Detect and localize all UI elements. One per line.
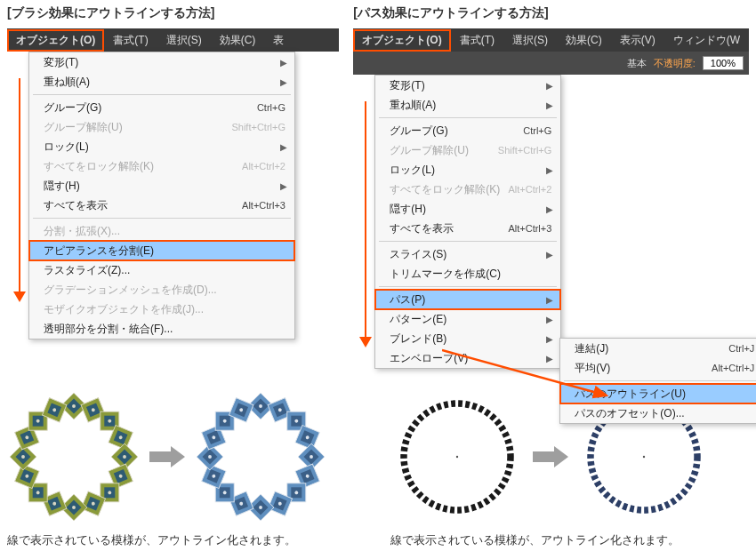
menu-item-label: パスのアウトライン(U) <box>575 387 686 402</box>
left-example: 線で表示されている模様が、アウトライン化されます。 <box>7 390 366 548</box>
left-caption: 線で表示されている模様が、アウトライン化されます。 <box>7 532 366 548</box>
menu-item-label: グループ解除(U) <box>390 143 469 158</box>
menu-separator <box>33 94 291 95</box>
right-caption: 線で表示されている模様が、アウトライン化されます。 <box>390 532 749 548</box>
menu-item-label: 変形(T) <box>390 78 424 93</box>
arrow-icon <box>149 446 185 467</box>
menubar-format[interactable]: 書式(T) <box>104 29 157 52</box>
stroke-basic[interactable]: 基本 <box>627 57 647 70</box>
opacity-label: 不透明度: <box>654 57 696 70</box>
submenu-arrow-icon: ▶ <box>280 181 287 191</box>
menu-item-label: グループ解除(U) <box>44 120 123 135</box>
menu-item[interactable]: グループ(G)Ctrl+G <box>29 98 294 117</box>
svg-point-39 <box>21 455 25 459</box>
svg-point-63 <box>310 455 313 459</box>
menu-item[interactable]: 平均(V)Alt+Ctrl+J <box>560 358 756 378</box>
submenu-arrow-icon: ▶ <box>546 81 553 91</box>
menu-item-label: 連結(J) <box>575 341 608 356</box>
menu-item-label: アピアランスを分割(E) <box>44 244 154 259</box>
svg-point-87 <box>208 455 212 459</box>
menu-item-label: パス(P) <box>390 292 425 307</box>
menu-item-label: 隠す(H) <box>44 179 80 194</box>
menu-shortcut: Alt+Ctrl+3 <box>242 200 286 211</box>
annotation-arrow-down <box>362 101 369 346</box>
menu-shortcut: Alt+Ctrl+3 <box>508 223 551 234</box>
menu-item[interactable]: 変形(T)▶ <box>375 76 560 95</box>
menubar-window[interactable]: ウィンドウ(W <box>664 29 749 52</box>
opacity-value[interactable]: 100% <box>703 56 744 70</box>
menu-item[interactable]: 隠す(H)▶ <box>29 176 294 196</box>
menu-item[interactable]: ロック(L)▶ <box>29 137 294 156</box>
menu-item[interactable]: アピアランスを分割(E) <box>29 241 294 260</box>
menubar-select[interactable]: 選択(S) <box>157 29 211 52</box>
arrow-icon <box>533 446 568 467</box>
menu-item[interactable]: グループ(G)Ctrl+G <box>375 121 560 140</box>
menu-separator <box>379 286 557 287</box>
menu-shortcut: Alt+Ctrl+J <box>712 363 754 373</box>
menu-item[interactable]: 重ね順(A)▶ <box>375 95 560 115</box>
dashed-ring-before <box>390 390 524 523</box>
menu-item[interactable]: ラスタライズ(Z)... <box>29 260 294 280</box>
menu-item-label: グループ(G) <box>44 100 101 116</box>
menu-item[interactable]: パスのオフセット(O)... <box>560 403 756 423</box>
submenu-arrow-icon: ▶ <box>280 58 287 68</box>
menu-item-label: 変形(T) <box>44 55 78 70</box>
menu-item[interactable]: スライス(S)▶ <box>375 244 560 264</box>
menu-item: すべてをロック解除(K)Alt+Ctrl+2 <box>29 156 294 176</box>
menu-item[interactable]: パス(P)▶ <box>375 290 560 309</box>
menu-item[interactable]: 透明部分を分割・統合(F)... <box>29 319 294 339</box>
menubar-effect[interactable]: 効果(C) <box>211 29 265 52</box>
menu-shortcut: Ctrl+G <box>257 102 286 113</box>
object-menu-dropdown: 変形(T)▶重ね順(A)▶グループ(G)Ctrl+Gグループ解除(U)Shift… <box>28 52 295 339</box>
menu-shortcut: Shift+Ctrl+G <box>231 122 286 132</box>
svg-point-15 <box>123 455 126 459</box>
submenu-arrow-icon: ▶ <box>546 250 553 260</box>
tool-options-bar: 基本 不透明度: 100% <box>353 52 749 75</box>
menu-item[interactable]: パターン(E)▶ <box>375 309 560 329</box>
menu-item-label: パターン(E) <box>390 312 446 327</box>
menu-item-label: グループ(G) <box>390 124 447 139</box>
menu-item[interactable]: パスのアウトライン(U) <box>560 384 756 403</box>
menu-item-label: グラデーションメッシュを作成(D)... <box>44 283 217 298</box>
menu-item: グラデーションメッシュを作成(D)... <box>29 280 294 299</box>
menu-item-label: トリムマークを作成(C) <box>390 267 501 282</box>
menubar-format[interactable]: 書式(T) <box>451 29 503 52</box>
menubar-view[interactable]: 表示(V) <box>611 29 664 52</box>
submenu-arrow-icon: ▶ <box>280 142 287 152</box>
menubar-object[interactable]: オブジェクト(O) <box>7 29 104 52</box>
ornament-ring-before <box>7 390 141 523</box>
menu-item[interactable]: すべてを表示Alt+Ctrl+3 <box>375 219 560 238</box>
right-title: [パス効果にアウトラインする方法] <box>353 5 749 21</box>
menu-item-label: ロック(L) <box>390 163 435 178</box>
menubar-select[interactable]: 選択(S) <box>503 29 557 52</box>
menu-item-label: 透明部分を分割・統合(F)... <box>44 322 173 337</box>
menu-item[interactable]: ブレンド(B)▶ <box>375 329 560 348</box>
left-title: [ブラシ効果にアウトラインする方法] <box>7 5 339 21</box>
menu-item: モザイクオブジェクトを作成(J)... <box>29 299 294 319</box>
menu-item[interactable]: トリムマークを作成(C) <box>375 264 560 283</box>
submenu-arrow-icon: ▶ <box>546 100 553 110</box>
menu-item[interactable]: エンベロープ(V)▶ <box>375 348 560 368</box>
menu-item-label: モザイクオブジェクトを作成(J)... <box>44 302 204 317</box>
right-menubar: オブジェクト(O) 書式(T) 選択(S) 効果(C) 表示(V) ウィンドウ(… <box>353 28 749 52</box>
menu-item-label: スライス(S) <box>390 247 446 262</box>
menu-item[interactable]: ロック(L)▶ <box>375 160 560 180</box>
menu-item-label: すべてをロック解除(K) <box>390 182 500 197</box>
path-submenu: 連結(J)Ctrl+J平均(V)Alt+Ctrl+Jパスのアウトライン(U)パス… <box>559 338 756 424</box>
menu-item[interactable]: 隠す(H)▶ <box>375 199 560 219</box>
menu-item[interactable]: 連結(J)Ctrl+J <box>560 339 756 358</box>
menubar-effect[interactable]: 効果(C) <box>557 29 611 52</box>
menu-item-label: 平均(V) <box>575 361 610 376</box>
submenu-arrow-icon: ▶ <box>546 295 553 305</box>
menu-item[interactable]: 重ね順(A)▶ <box>29 72 294 92</box>
menu-shortcut: Ctrl+G <box>523 125 551 136</box>
menubar-view[interactable]: 表 <box>264 29 293 52</box>
menu-item-label: 重ね順(A) <box>390 98 436 113</box>
menu-item[interactable]: 変形(T)▶ <box>29 52 294 72</box>
menubar-object[interactable]: オブジェクト(O) <box>353 29 450 52</box>
submenu-arrow-icon: ▶ <box>546 315 553 324</box>
menu-item-label: エンベロープ(V) <box>390 351 468 366</box>
svg-point-100 <box>643 456 645 458</box>
menu-item[interactable]: すべてを表示Alt+Ctrl+3 <box>29 196 294 215</box>
annotation-arrow-down <box>16 78 23 300</box>
